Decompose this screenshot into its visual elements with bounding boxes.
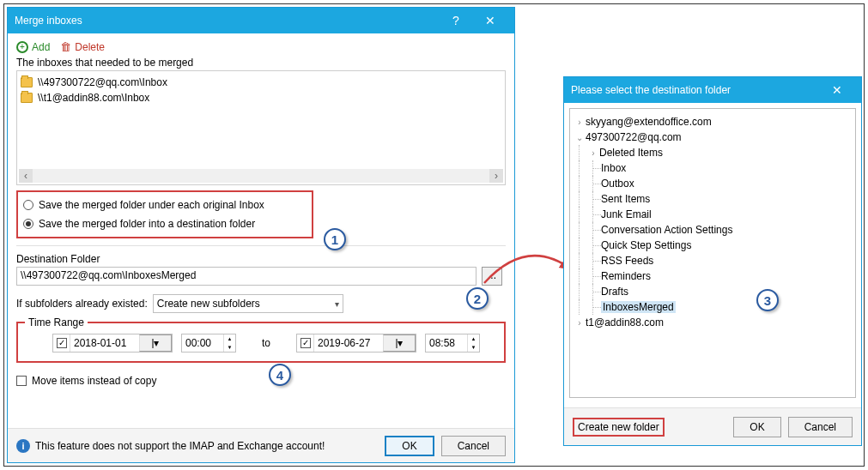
tree-item-selected[interactable]: InboxesMerged bbox=[574, 299, 852, 315]
ok-button[interactable]: OK bbox=[733, 417, 780, 437]
tree-item[interactable]: Inbox bbox=[574, 160, 852, 176]
tree-label: Outbox bbox=[601, 178, 634, 190]
calendar-icon[interactable]: ▾ bbox=[383, 334, 416, 352]
time-from-value[interactable]: 00:00 bbox=[182, 337, 223, 349]
select-destination-dialog: Please select the destination folder ✕ ›… bbox=[563, 76, 862, 446]
titlebar[interactable]: Merge inboxes ? ✕ bbox=[8, 8, 514, 33]
add-button[interactable]: + Add bbox=[16, 41, 50, 53]
folder-icon bbox=[21, 77, 33, 87]
option-save-into-destination[interactable]: Save the merged folder into a destinatio… bbox=[23, 214, 307, 233]
tree-item[interactable]: Quick Step Settings bbox=[574, 238, 852, 253]
scroll-right-icon[interactable]: › bbox=[489, 169, 503, 183]
callout-1: 1 bbox=[324, 228, 346, 250]
time-from-picker[interactable]: 00:00 ▲▼ bbox=[181, 334, 236, 352]
date-from-picker[interactable]: ✓ 2018-01-01 ▾ bbox=[52, 334, 173, 352]
move-items-label: Move items instead of copy bbox=[32, 375, 156, 387]
scroll-left-icon[interactable]: ‹ bbox=[19, 169, 33, 183]
list-item[interactable]: \\497300722@qq.com\Inbox bbox=[21, 75, 501, 90]
destination-folder-label: Destination Folder bbox=[16, 253, 506, 265]
plus-icon: + bbox=[16, 41, 28, 53]
tree-item[interactable]: Reminders bbox=[574, 268, 852, 284]
help-button[interactable]: ? bbox=[439, 14, 473, 27]
calendar-icon[interactable]: ▾ bbox=[139, 334, 172, 352]
move-items-checkbox[interactable]: Move items instead of copy bbox=[16, 375, 506, 387]
close-button[interactable]: ✕ bbox=[820, 83, 854, 97]
tree-item[interactable]: Drafts bbox=[574, 284, 852, 299]
tree-label: Reminders bbox=[601, 270, 651, 282]
tree-label: Inbox bbox=[601, 162, 626, 174]
tree-label: Drafts bbox=[601, 286, 628, 298]
chevron-down-icon: ▾ bbox=[335, 299, 339, 309]
checkbox-icon bbox=[16, 376, 27, 386]
date-to-value[interactable]: 2019-06-27 bbox=[314, 337, 383, 349]
time-to-picker[interactable]: 08:58 ▲▼ bbox=[425, 334, 480, 352]
list-item-path: \\t1@addin88.com\Inbox bbox=[38, 92, 149, 104]
inbox-listbox[interactable]: \\497300722@qq.com\Inbox \\t1@addin88.co… bbox=[16, 70, 506, 185]
destination-folder-input[interactable]: \\497300722@qq.com\InboxesMerged bbox=[16, 267, 476, 286]
list-item-path: \\497300722@qq.com\Inbox bbox=[38, 76, 167, 88]
spinner-icon[interactable]: ▲▼ bbox=[467, 334, 479, 352]
add-label: Add bbox=[32, 41, 50, 53]
cancel-button[interactable]: Cancel bbox=[441, 436, 506, 456]
horizontal-scrollbar[interactable]: ‹ › bbox=[19, 169, 503, 183]
inbox-list-label: The inboxes that needed to be merged bbox=[16, 57, 506, 69]
combo-value: Create new subfolders bbox=[157, 298, 260, 310]
list-item[interactable]: \\t1@addin88.com\Inbox bbox=[21, 90, 501, 105]
save-option-group: Save the merged folder under each origin… bbox=[16, 190, 313, 238]
folder-icon bbox=[21, 93, 33, 103]
delete-label: Delete bbox=[75, 41, 105, 53]
dialog-title: Please select the destination folder bbox=[571, 84, 820, 96]
checkbox-icon[interactable]: ✓ bbox=[300, 338, 311, 348]
titlebar[interactable]: Please select the destination folder ✕ bbox=[564, 77, 861, 103]
trash-icon: 🗑 bbox=[60, 40, 71, 53]
create-new-folder-button[interactable]: Create new folder bbox=[573, 418, 665, 437]
tree-label: RSS Feeds bbox=[601, 255, 653, 267]
dialog-footer: Create new folder OK Cancel bbox=[564, 407, 861, 445]
tree-label: Quick Step Settings bbox=[601, 239, 691, 251]
merge-inboxes-dialog: Merge inboxes ? ✕ + Add 🗑 Delete The inb… bbox=[7, 7, 515, 463]
info-message: This feature does not support the IMAP a… bbox=[35, 440, 378, 452]
tree-label: InboxesMerged bbox=[601, 301, 676, 313]
tree-label: Junk Email bbox=[601, 208, 652, 220]
date-to-picker[interactable]: ✓ 2019-06-27 ▾ bbox=[296, 334, 416, 352]
info-icon: i bbox=[16, 439, 30, 453]
option-label: Save the merged folder into a destinatio… bbox=[39, 218, 255, 230]
cancel-button[interactable]: Cancel bbox=[788, 417, 853, 437]
option-save-under-each[interactable]: Save the merged folder under each origin… bbox=[23, 196, 307, 214]
delete-button[interactable]: 🗑 Delete bbox=[60, 40, 105, 53]
tree-label: 497300722@qq.com bbox=[586, 131, 682, 143]
tree-item[interactable]: ⌄497300722@qq.com bbox=[574, 130, 852, 145]
tree-label: Conversation Action Settings bbox=[601, 224, 732, 236]
spinner-icon[interactable]: ▲▼ bbox=[223, 334, 235, 352]
callout-3: 3 bbox=[756, 289, 779, 311]
dialog-footer: i This feature does not support the IMAP… bbox=[8, 428, 514, 462]
time-to-value[interactable]: 08:58 bbox=[426, 337, 467, 349]
ok-button[interactable]: OK bbox=[385, 436, 434, 456]
tree-item[interactable]: Outbox bbox=[574, 176, 852, 191]
tree-item[interactable]: ›skyyang@extendoffice.com bbox=[574, 114, 852, 130]
tree-item[interactable]: Conversation Action Settings bbox=[574, 222, 852, 238]
radio-icon bbox=[23, 200, 33, 210]
time-range-legend: Time Range bbox=[25, 316, 88, 328]
checkbox-icon[interactable]: ✓ bbox=[57, 338, 67, 348]
to-label: to bbox=[245, 337, 288, 349]
tree-item[interactable]: Junk Email bbox=[574, 207, 852, 222]
tree-label: Deleted Items bbox=[599, 147, 663, 159]
time-range-fieldset: Time Range ✓ 2018-01-01 ▾ 00:00 ▲▼ to ✓ bbox=[16, 322, 506, 363]
option-label: Save the merged folder under each origin… bbox=[39, 199, 264, 211]
tree-label: Sent Items bbox=[601, 193, 650, 205]
subfolders-combo[interactable]: Create new subfolders ▾ bbox=[153, 294, 343, 313]
tree-label: t1@addin88.com bbox=[586, 316, 664, 328]
date-from-value[interactable]: 2018-01-01 bbox=[70, 337, 139, 349]
radio-icon bbox=[23, 219, 33, 229]
tree-item[interactable]: ›Deleted Items bbox=[574, 145, 852, 160]
dialog-title: Merge inboxes bbox=[15, 15, 439, 27]
close-button[interactable]: ✕ bbox=[473, 14, 507, 27]
callout-4: 4 bbox=[269, 364, 291, 386]
tree-item[interactable]: ›t1@addin88.com bbox=[574, 315, 852, 330]
tree-item[interactable]: Sent Items bbox=[574, 191, 852, 207]
subfolders-label: If subfolders already existed: bbox=[16, 298, 148, 310]
tree-item[interactable]: RSS Feeds bbox=[574, 253, 852, 268]
folder-tree[interactable]: ›skyyang@extendoffice.com ⌄497300722@qq.… bbox=[569, 108, 856, 398]
tree-label: skyyang@extendoffice.com bbox=[586, 116, 712, 128]
